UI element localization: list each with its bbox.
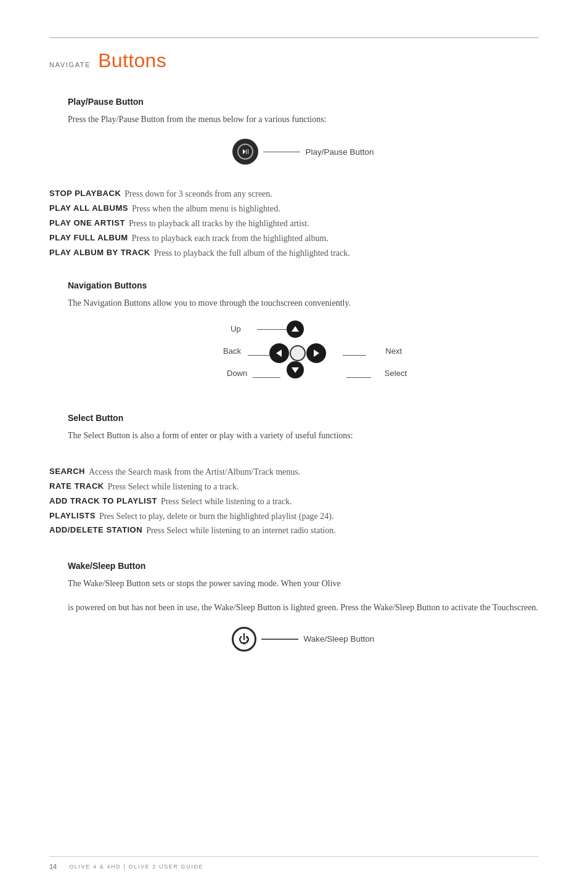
footer-page-number: 14 (49, 863, 57, 870)
select-title: Select Button (68, 413, 539, 423)
nav-label-up: Up (231, 324, 241, 333)
up-arrow-button (287, 321, 304, 338)
feature-val: Press to playback each track from the hi… (132, 231, 329, 246)
wake-sleep-title: Wake/Sleep Button (68, 561, 539, 571)
list-item: PLAY FULL ALBUM Press to playback each t… (49, 231, 539, 246)
feature-val: Press Select while listening to a track. (108, 480, 239, 494)
play-pause-inner: ⏯ (237, 144, 253, 160)
diagram-line (263, 152, 300, 153)
feature-val: Press Select while listening to a track. (161, 494, 292, 509)
wake-sleep-diagram: ⏻ Wake/Sleep Button (68, 627, 539, 652)
line-select (346, 377, 371, 378)
footer-divider (49, 856, 539, 857)
list-item: PLAY ALBUM BY TRACK Press to playback th… (49, 246, 539, 261)
wake-sleep-diagram-label: Wake/Sleep Button (303, 634, 374, 644)
feature-key: STOP PLAYBACK (49, 187, 121, 202)
feature-val: Press Select while listening to an inter… (146, 523, 336, 538)
nav-label-down: Down (227, 369, 247, 378)
svg-marker-1 (276, 349, 282, 357)
navigate-label: NAVIGATE (49, 61, 91, 68)
feature-key: PLAY ONE ARTIST (49, 216, 125, 231)
line-back (248, 355, 269, 356)
navigation-desc: The Navigation Buttons allow you to move… (68, 296, 539, 310)
line-next (343, 355, 366, 356)
play-pause-diagram-label: Play/Pause Button (305, 147, 374, 157)
footer-guide-text: OLIVE 4 & 4HD | OLIVE 2 USER GUIDE (69, 864, 203, 870)
line-down (253, 377, 280, 378)
feature-key: SEARCH (49, 465, 85, 480)
select-feature-list: SEARCH Access the Search mask from the A… (49, 465, 539, 538)
section-wake-sleep: Wake/Sleep Button The Wake/Sleep Button … (68, 561, 539, 652)
feature-val: Press to playback all tracks by the high… (129, 216, 309, 231)
wake-sleep-desc-1: The Wake/Sleep Button sets or stops the … (68, 577, 539, 591)
feature-val: Access the Search mask from the Artist/A… (89, 465, 300, 480)
nav-center-button (290, 345, 306, 361)
navigation-title: Navigation Buttons (68, 280, 539, 290)
nav-diagram: Up Back Down Next Select (68, 323, 539, 391)
svg-marker-0 (292, 326, 299, 332)
feature-key: PLAY FULL ALBUM (49, 231, 128, 246)
feature-val: Press to playback the full album of the … (154, 246, 350, 261)
section-play-pause: Play/Pause Button Press the Play/Pause B… (68, 97, 539, 165)
nav-label-select: Select (385, 369, 407, 378)
feature-key: ADD TRACK TO PLAYLIST (49, 494, 157, 509)
list-item: PLAYLISTS Pres Select to play, delete or… (49, 509, 539, 524)
nav-left-button (269, 343, 289, 363)
select-desc: The Select Button is also a form of ente… (68, 429, 539, 443)
play-pause-symbol: ⏯ (241, 147, 250, 156)
page-header: NAVIGATE Buttons (49, 37, 539, 72)
page-footer: 14 OLIVE 4 & 4HD | OLIVE 2 USER GUIDE (49, 856, 539, 870)
svg-marker-2 (314, 349, 319, 357)
list-item: PLAY ALL ALBUMS Press when the album men… (49, 202, 539, 216)
nav-label-back: Back (223, 346, 241, 356)
nav-diagram-inner: Up Back Down Next Select (198, 323, 408, 391)
feature-key: ADD/DELETE STATION (49, 523, 142, 538)
play-pause-title: Play/Pause Button (68, 97, 539, 107)
feature-key: RATE TRACK (49, 480, 104, 494)
power-symbol-icon: ⏻ (239, 634, 250, 645)
wake-sleep-desc-2: is powered on but has not been in use, t… (68, 601, 539, 615)
footer-content: 14 OLIVE 4 & 4HD | OLIVE 2 USER GUIDE (49, 863, 539, 870)
list-item: RATE TRACK Press Select while listening … (49, 480, 539, 494)
feature-key: PLAY ALBUM BY TRACK (49, 246, 150, 261)
feature-key: PLAY ALL ALBUMS (49, 202, 128, 216)
wake-diagram-line (261, 639, 298, 640)
list-item: ADD/DELETE STATION Press Select while li… (49, 523, 539, 538)
line-up (257, 329, 287, 330)
play-pause-diagram: ⏯ Play/Pause Button (68, 139, 539, 165)
section-navigation: Navigation Buttons The Navigation Button… (68, 280, 539, 390)
list-item: ADD TRACK TO PLAYLIST Press Select while… (49, 494, 539, 509)
feature-val: Pres Select to play, delete or burn the … (99, 509, 334, 524)
play-pause-desc: Press the Play/Pause Button from the men… (68, 113, 539, 126)
down-arrow-button (287, 361, 304, 378)
nav-button-row (269, 343, 326, 363)
feature-val: Press when the album menu is highlighted… (132, 202, 280, 216)
play-pause-feature-list: STOP PLAYBACK Press down for 3 sceonds f… (49, 187, 539, 260)
buttons-label: Buttons (98, 49, 166, 72)
wake-sleep-icon: ⏻ (232, 627, 256, 652)
play-pause-icon: ⏯ (232, 139, 258, 165)
list-item: PLAY ONE ARTIST Press to playback all tr… (49, 216, 539, 231)
list-item: STOP PLAYBACK Press down for 3 sceonds f… (49, 187, 539, 202)
nav-label-next: Next (385, 346, 402, 356)
svg-marker-3 (292, 367, 299, 373)
section-select: Select Button The Select Button is also … (68, 413, 539, 443)
feature-val: Press down for 3 sceonds from any screen… (125, 187, 272, 202)
list-item: SEARCH Access the Search mask from the A… (49, 465, 539, 480)
nav-right-button (306, 343, 326, 363)
feature-key: PLAYLISTS (49, 509, 96, 524)
